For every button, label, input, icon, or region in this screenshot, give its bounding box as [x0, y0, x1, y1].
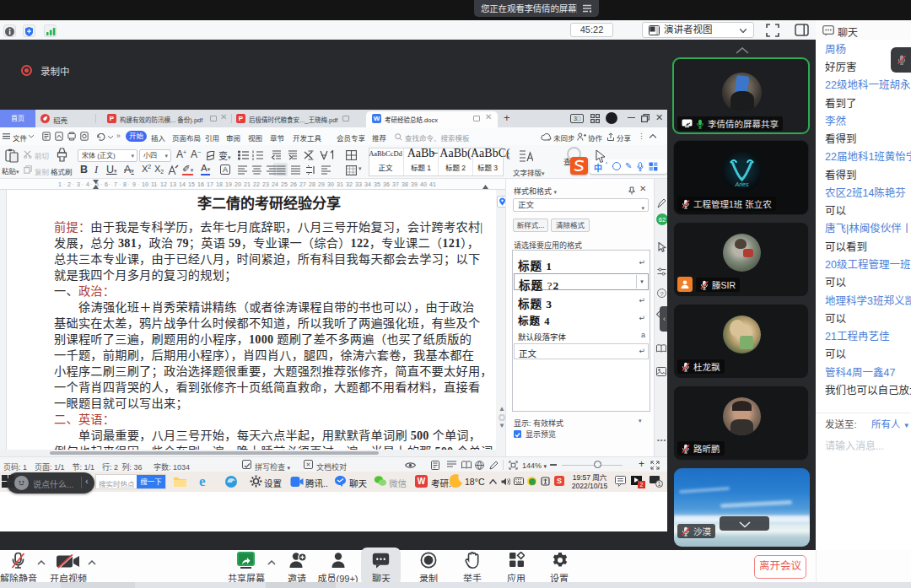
svg-text:Aries: Aries [735, 181, 749, 187]
